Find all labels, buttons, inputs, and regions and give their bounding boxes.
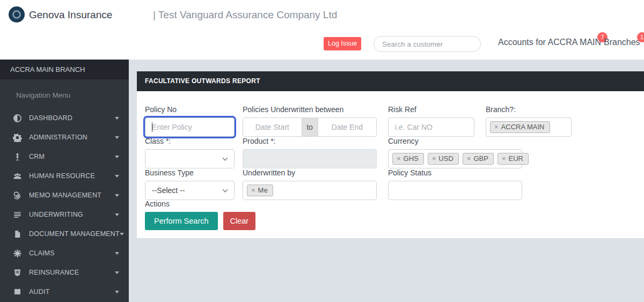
sidebar-item-label: DASHBOARD	[29, 114, 72, 122]
chevron-down-icon	[223, 187, 228, 193]
policy-status-label: Policy Status	[388, 168, 522, 178]
currency-tag[interactable]: GHS	[392, 153, 424, 165]
sidebar-item[interactable]: UNDERWRITING	[0, 205, 129, 224]
remove-tag-icon[interactable]	[251, 186, 255, 194]
tag-label: ACCRA MAIN	[501, 123, 545, 131]
sidebar-item-label: AUDIT	[29, 288, 50, 296]
risk-ref-group: Risk Ref	[388, 105, 474, 137]
accounts-link[interactable]: Accounts for ACCRA MAIN 7	[498, 38, 601, 47]
chevron-down-icon	[115, 252, 119, 255]
perform-search-button[interactable]: Perform Search	[145, 212, 218, 230]
date-end-input[interactable]	[318, 118, 377, 136]
sidebar-item-label: DOCUMENT MANAGEMENT	[29, 230, 120, 238]
currency-tag[interactable]: EUR	[497, 153, 529, 165]
sidebar-item[interactable]: ADMINISTRATION	[0, 128, 129, 147]
remove-tag-icon[interactable]	[494, 123, 499, 131]
sidebar-item[interactable]: AUDIT	[0, 282, 129, 301]
sidebar-item[interactable]: CLAIMS	[0, 244, 129, 263]
class-group: Class *:	[145, 137, 235, 168]
log-issue-button[interactable]: Log Issue	[324, 37, 361, 50]
underwritten-by-group: Underwritten by Me	[243, 168, 377, 200]
sidebar-item-label: ADMINISTRATION	[29, 134, 87, 141]
seal-icon	[13, 249, 22, 258]
sidebar-item-label: CRM	[29, 153, 45, 160]
remove-tag-icon[interactable]	[397, 154, 401, 163]
dashboard-icon	[13, 114, 22, 123]
business-type-select[interactable]: --Select --	[145, 181, 235, 200]
actions-group: Actions Perform Search Clear	[145, 200, 360, 230]
currency-tag-field[interactable]: GHS USD GBP EUR	[388, 149, 522, 168]
app-root: Genova Insurance | Test Vanguard Assuran…	[0, 0, 644, 302]
sidebar-item-label: REINSURANCE	[29, 269, 79, 276]
brand-logo-icon	[9, 6, 25, 23]
sidebar-item-label: MEMO MANAGEMENT	[29, 191, 101, 199]
gear-icon	[13, 133, 22, 142]
brand-name: Genova Insurance	[29, 7, 112, 23]
date-range-group: to	[243, 117, 377, 137]
remove-tag-icon[interactable]	[432, 154, 436, 163]
sidebar-item[interactable]: REINSURANCE	[0, 263, 129, 282]
sidebar-item-label: HUMAN RESOURCE	[29, 172, 95, 180]
clear-button[interactable]: Clear	[223, 212, 256, 230]
tag-label: USD	[438, 154, 453, 163]
class-select[interactable]	[145, 149, 235, 168]
panel-body: Policy No Policies Underwritten between …	[137, 91, 644, 238]
date-start-input[interactable]	[243, 118, 302, 136]
text-cursor	[152, 122, 152, 132]
sidebar-item[interactable]: CRM	[0, 147, 129, 166]
business-type-select-value: --Select --	[152, 186, 185, 195]
currency-group: Currency GHS USD GBP EUR	[388, 137, 522, 168]
facultative-outwards-panel: FACULTATIVE OUTWARDS REPORT Policy No Po…	[137, 71, 644, 238]
tag-label: GHS	[404, 154, 419, 163]
underwritten-between-group: Policies Underwritten between to	[243, 105, 377, 137]
chevron-down-icon	[115, 291, 119, 293]
spiral-icon	[13, 191, 22, 200]
chevron-down-icon	[223, 156, 228, 161]
policy-no-group: Policy No	[145, 105, 235, 137]
top-header: Genova Insurance | Test Vanguard Assuran…	[0, 0, 644, 60]
person-icon	[13, 152, 22, 161]
date-range-separator: to	[302, 118, 318, 136]
class-label: Class *:	[145, 137, 235, 146]
users-icon	[13, 172, 22, 181]
tag-label: GBP	[473, 154, 488, 163]
chevron-down-icon	[115, 156, 119, 158]
shield-icon	[13, 268, 22, 277]
sidebar-item-label: UNDERWRITING	[29, 211, 83, 218]
company-name: | Test Vanguard Assurance Company Ltd	[153, 7, 337, 23]
risk-ref-input[interactable]	[388, 117, 474, 137]
sidebar-item[interactable]: MEMO MANAGEMENT	[0, 186, 129, 205]
remove-tag-icon[interactable]	[467, 154, 471, 163]
chevron-down-icon	[115, 175, 119, 178]
product-group: Product *:	[243, 137, 377, 168]
branches-link[interactable]: Branches 1	[604, 38, 640, 47]
branch-tag-field[interactable]: ACCRA MAIN	[486, 117, 572, 137]
tag-label: Me	[258, 186, 268, 194]
sidebar-item[interactable]: DASHBOARD	[0, 108, 129, 128]
chevron-down-icon	[115, 271, 119, 274]
currency-label: Currency	[388, 137, 522, 146]
sidebar: ACCRA MAIN BRANCH Navigation Menu DASHBO…	[0, 60, 129, 302]
underwriter-tag[interactable]: Me	[247, 185, 273, 196]
accounts-link-label: Accounts for ACCRA MAIN	[498, 38, 601, 47]
branch-label: Branch?:	[486, 105, 572, 114]
chevron-down-icon	[115, 213, 119, 216]
business-type-group: Business Type --Select --	[145, 168, 235, 200]
underwritten-by-tag-field[interactable]: Me	[243, 181, 377, 200]
branch-tag[interactable]: ACCRA MAIN	[490, 121, 550, 133]
policy-no-label: Policy No	[145, 105, 235, 114]
policy-no-input[interactable]	[145, 117, 235, 137]
sidebar-item[interactable]: HUMAN RESOURCE	[0, 166, 129, 186]
product-input	[243, 149, 377, 168]
policy-status-input[interactable]	[388, 181, 522, 200]
branch-title: ACCRA MAIN BRANCH	[0, 60, 129, 79]
chevron-down-icon	[115, 117, 119, 120]
sidebar-item[interactable]: DOCUMENT MANAGEMENT	[0, 224, 129, 244]
policy-status-group: Policy Status	[388, 168, 522, 200]
remove-tag-icon[interactable]	[502, 154, 506, 163]
customer-search-input[interactable]	[374, 36, 481, 52]
currency-tag[interactable]: USD	[428, 153, 459, 165]
navigation-menu: DASHBOARD ADMINISTRATION CRM	[0, 108, 129, 301]
currency-tag[interactable]: GBP	[463, 153, 494, 165]
branch-group: Branch?: ACCRA MAIN	[486, 105, 572, 137]
